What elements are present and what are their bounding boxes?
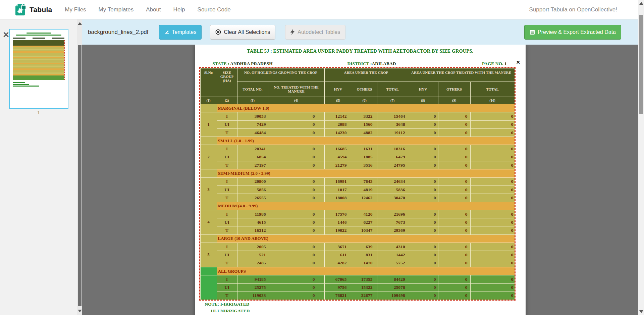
preview-export-button[interactable]: Preview & Export Extracted Data bbox=[524, 25, 621, 40]
clear-circle-x-icon bbox=[215, 29, 221, 35]
templates-icon bbox=[164, 30, 169, 35]
tabula-brand[interactable]: Tabula bbox=[14, 3, 52, 16]
table-selection-region[interactable] bbox=[199, 67, 516, 301]
thumb-note-line bbox=[13, 84, 29, 85]
tabula-logo-icon bbox=[14, 3, 26, 16]
page-no-field: PAGE NO. 1 bbox=[482, 61, 507, 66]
note-line: UI-UNIRRIGATED bbox=[211, 308, 250, 314]
nav-menu: My Files My Templates About Help Source … bbox=[65, 6, 230, 13]
templates-button[interactable]: Templates bbox=[159, 25, 202, 40]
note-line: NOTE: I-IRRIGATED bbox=[205, 301, 250, 308]
scroll-down-icon[interactable] bbox=[78, 310, 82, 312]
district-field: DISTRICT :ADILABAD bbox=[347, 61, 396, 66]
scroll-up-icon[interactable] bbox=[639, 2, 643, 5]
support-link[interactable]: Support Tabula on OpenCollective! bbox=[529, 6, 617, 13]
thumb-note-line bbox=[13, 82, 25, 83]
nav-item-help[interactable]: Help bbox=[173, 6, 185, 13]
pdf-meta-line: STATE : ANDHRA PRADESH DISTRICT :ADILABA… bbox=[195, 61, 526, 67]
thumb-meta-line bbox=[13, 38, 64, 39]
thumb-title-line bbox=[16, 35, 61, 36]
lightning-icon bbox=[290, 29, 295, 35]
navbar: Tabula My Files My Templates About Help … bbox=[0, 0, 644, 19]
pdf-notes: NOTE: I-IRRIGATED UI-UNIRRIGATED bbox=[205, 301, 250, 314]
scroll-down-icon[interactable] bbox=[639, 310, 643, 313]
pdf-page[interactable]: TABLE 5J : ESTIMATED AREA UNDER PADDY TR… bbox=[195, 45, 526, 315]
sidebar-scrollbar-thumb[interactable] bbox=[78, 45, 82, 306]
window-scrollbar-thumb[interactable] bbox=[639, 15, 643, 114]
sidebar-scrollbar[interactable] bbox=[77, 19, 82, 315]
nav-item-my-templates[interactable]: My Templates bbox=[99, 6, 134, 13]
window-scrollbar[interactable] bbox=[638, 0, 644, 315]
table-list-icon bbox=[530, 30, 535, 35]
toolbar: background_lines_2.pdf Templates Clear A… bbox=[82, 19, 638, 45]
pdf-table-title: TABLE 5J : ESTIMATED AREA UNDER PADDY TR… bbox=[195, 48, 526, 54]
state-field: STATE : ANDHRA PRADESH bbox=[213, 61, 273, 66]
thumb-table-selection bbox=[13, 40, 65, 80]
nav-item-about[interactable]: About bbox=[146, 6, 161, 13]
nav-item-my-files[interactable]: My Files bbox=[65, 6, 86, 13]
selection-close-icon[interactable]: ✕ bbox=[516, 59, 521, 65]
nav-item-source-code[interactable]: Source Code bbox=[198, 6, 231, 13]
thumb-note-line bbox=[13, 86, 39, 87]
sidebar: ✕ 1 bbox=[0, 19, 82, 315]
brand-title: Tabula bbox=[30, 6, 52, 14]
scroll-up-icon[interactable] bbox=[78, 22, 82, 25]
pdf-canvas: TABLE 5J : ESTIMATED AREA UNDER PADDY TR… bbox=[82, 45, 638, 315]
clear-all-selections-button[interactable]: Clear All Selections bbox=[210, 25, 275, 40]
autodetect-tables-button[interactable]: Autodetect Tables bbox=[285, 25, 345, 40]
page-thumbnail[interactable] bbox=[9, 29, 68, 109]
thumb-title-line bbox=[26, 33, 51, 34]
document-filename: background_lines_2.pdf bbox=[88, 29, 149, 36]
page-number-label: 1 bbox=[9, 109, 68, 115]
